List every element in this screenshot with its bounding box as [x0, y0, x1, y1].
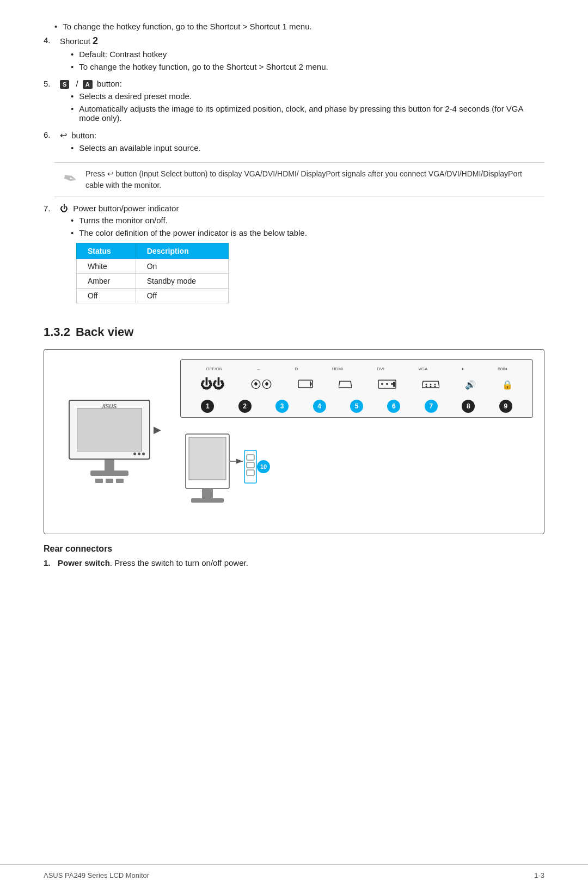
svg-rect-24: [247, 470, 254, 475]
svg-point-9: [426, 384, 427, 386]
note-feather-icon: ✒: [60, 167, 80, 191]
label-offon: OFF/ON: [206, 366, 222, 372]
table-cell-status-3: Off: [77, 289, 136, 303]
item6-content: ↩ button: Selects an available input sou…: [60, 130, 544, 156]
item7-sub1: Turns the monitor on/off.: [60, 216, 544, 225]
ctrl-btn-2: [106, 479, 113, 483]
ctrl-dot-1: [133, 453, 136, 455]
monitor-side-svg: 10: [180, 429, 273, 516]
numbered-circles-row: 1 2 3 4 5 6 7 8 9: [186, 400, 527, 413]
item4-number: 4.: [44, 35, 60, 45]
circle-2: 2: [238, 400, 252, 413]
connector-panel-wrapper: OFF/ON ～ D HDMI DVI VGA ♦ 886♦ ⏻⏻: [164, 359, 533, 523]
item5-content: S / A button: Selects a desired preset m…: [60, 79, 544, 126]
conn-power: ⏻⏻: [200, 377, 224, 392]
table-cell-status-1: White: [77, 259, 136, 274]
conn-usb: 🔒: [502, 380, 513, 390]
rear-item-1: 1. Power switch. Press the switch to tur…: [44, 558, 544, 567]
rear-item-1-text: Power switch. Press the switch to turn o…: [58, 558, 248, 567]
svg-rect-18: [191, 498, 224, 503]
svg-text:10: 10: [260, 463, 267, 470]
item1-label-bold: Power switch: [58, 558, 110, 567]
item7-label: Power button/power indicator: [73, 204, 179, 213]
table-cell-status-2: Amber: [77, 274, 136, 289]
item7-sub2: The color definition of the power indica…: [60, 228, 544, 237]
shortcut2-label: Shortcut: [60, 36, 90, 46]
svg-marker-1: [310, 380, 312, 388]
footer-right: 1-3: [534, 871, 544, 879]
circle-4: 4: [313, 400, 326, 413]
item5-bullets: Selects a desired preset mode. Automatic…: [60, 91, 544, 123]
back-view-heading: 1.3.2 Back view: [44, 325, 544, 339]
circle-3: 3: [275, 400, 289, 413]
table-header-status: Status: [77, 243, 136, 259]
power-indicator-table: Status Description White On Amber Standb…: [76, 243, 229, 303]
table-header-description: Description: [136, 243, 228, 259]
shortcut2-number: 2: [93, 35, 98, 46]
monitor-brand: /ISUS: [102, 404, 117, 410]
monitor-screen: [77, 408, 142, 451]
circle-1: 1: [201, 400, 214, 413]
item7-number: 7.: [44, 204, 60, 213]
item6-bullets: Selects an available input source.: [60, 143, 544, 152]
table-row: Amber Standby mode: [77, 274, 229, 289]
svg-point-4: [381, 383, 383, 385]
item5-sub1: Selects a desired preset mode.: [60, 91, 544, 101]
svg-point-13: [430, 386, 432, 388]
monitor-bottom-controls: [95, 479, 124, 483]
svg-point-10: [430, 384, 432, 386]
label-vga: VGA: [418, 366, 427, 372]
ctrl-dot-2: [138, 453, 140, 455]
circle-6: 6: [387, 400, 400, 413]
svg-rect-7: [393, 382, 395, 387]
footer-bar: ASUS PA249 Series LCD Monitor 1-3: [0, 864, 588, 886]
item4-shortcut2: 4. Shortcut 2 Default: Contrast hotkey T…: [44, 35, 544, 75]
item6-sub1: Selects an available input source.: [60, 143, 544, 152]
label-dp: D: [295, 366, 298, 372]
conn-vga-svg: [422, 379, 439, 390]
diagram-inner: /ISUS ▶: [55, 359, 533, 523]
item6-number: 6.: [44, 130, 60, 139]
item7-power-button: 7. ⏻ Power button/power indicator Turns …: [44, 204, 544, 309]
item5-label-box: S / A button:: [60, 79, 122, 88]
ctrl-btn-1: [95, 479, 103, 483]
a-box: A: [83, 80, 93, 89]
item5-desc: button:: [97, 79, 122, 88]
circle-7: 7: [425, 400, 438, 413]
monitor-stand-base: [90, 471, 128, 476]
note-text: Press ↩ button (Input Select button) to …: [85, 168, 536, 191]
conn-hdmi: [339, 379, 352, 390]
shortcut2-sub1: Default: Contrast hotkey: [60, 50, 544, 59]
item5-sub2: Automatically adjusts the image to its o…: [60, 104, 544, 123]
connector-panel: OFF/ON ～ D HDMI DVI VGA ♦ 886♦ ⏻⏻: [180, 359, 533, 418]
back-view-diagram: /ISUS ▶: [44, 349, 544, 534]
label-audio: ♦: [462, 366, 464, 372]
conn-audio-icon: 🔊: [465, 380, 476, 390]
conn-audio: 🔊: [465, 380, 476, 390]
table-cell-desc-3: Off: [136, 289, 228, 303]
input-arrow-icon: ↩: [60, 131, 67, 140]
footer-left: ASUS PA249 Series LCD Monitor: [44, 871, 149, 879]
svg-point-12: [426, 386, 427, 388]
conn-dp-svg: [298, 379, 313, 390]
conn-dvi: [378, 379, 396, 390]
rear-connectors-heading: Rear connectors: [44, 544, 544, 554]
bottom-diagram: 10: [180, 429, 533, 517]
shortcut1-text: To change the hotkey function, go to the…: [63, 22, 311, 31]
svg-point-6: [391, 383, 393, 385]
svg-rect-23: [247, 462, 254, 468]
item7-content: ⏻ Power button/power indicator Turns the…: [60, 204, 544, 309]
svg-point-14: [434, 386, 436, 388]
connector-top-labels: OFF/ON ～ D HDMI DVI VGA ♦ 886♦: [186, 366, 527, 372]
label-usb: 886♦: [498, 366, 507, 372]
conn-usb-icon: 🔒: [502, 380, 513, 390]
conn-dp: [298, 379, 313, 390]
table-cell-desc-2: Standby mode: [136, 274, 228, 289]
conn-ac-icon: ⦿⦿: [250, 378, 272, 391]
item5-number: 5.: [44, 79, 60, 88]
rear-item-1-number: 1.: [44, 558, 53, 567]
svg-rect-22: [247, 455, 254, 460]
label-hdmi: HDMI: [332, 366, 343, 372]
svg-point-5: [386, 383, 388, 385]
svg-marker-2: [339, 381, 352, 388]
